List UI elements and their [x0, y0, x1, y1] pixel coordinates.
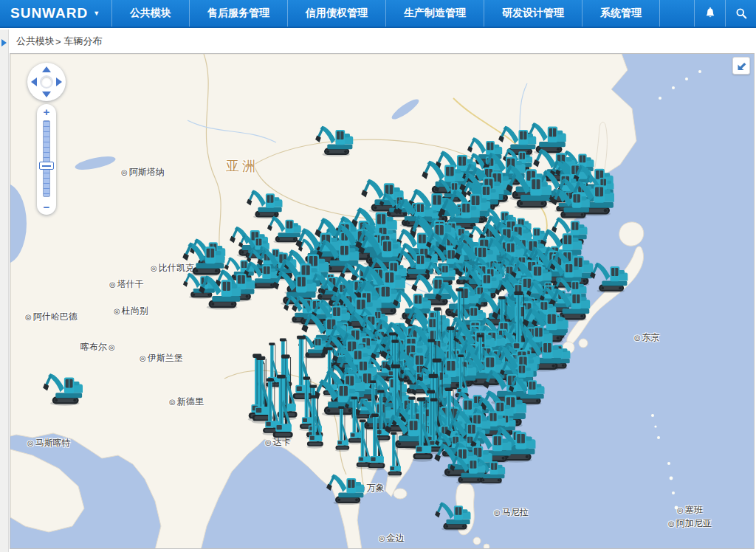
vehicle-marker-drill-rig[interactable] — [410, 397, 434, 463]
pan-down-arrow-icon[interactable] — [42, 92, 51, 97]
map-zoom-slider: + − — [37, 104, 56, 215]
pan-center-button[interactable] — [40, 75, 53, 89]
vehicle-marker-excavator[interactable] — [198, 270, 243, 311]
sidebar-collapsed-strip — [0, 30, 9, 552]
nav-item-4[interactable]: 生产制造管理 — [385, 0, 484, 27]
nav-item-3[interactable]: 信用债权管理 — [287, 0, 385, 27]
vehicle-marker-drill-rig[interactable] — [365, 413, 386, 471]
sidebar-expand-toggle[interactable] — [1, 39, 7, 46]
top-navigation-bar: SUNWARD ▼ 公共模块售后服务管理信用债权管理生产制造管理研发设计管理系统… — [0, 0, 756, 28]
map-pan-control — [27, 63, 66, 101]
logo-text: SUNWARD — [10, 5, 88, 21]
vehicle-marker-excavator[interactable] — [589, 258, 630, 294]
nav-item-5[interactable]: 研发设计管理 — [484, 0, 582, 27]
pan-up-arrow-icon[interactable] — [42, 66, 51, 72]
bell-icon — [703, 6, 718, 21]
top-icons — [694, 0, 756, 27]
breadcrumb-parent[interactable]: 公共模块 — [16, 35, 55, 48]
pan-left-arrow-icon[interactable] — [31, 77, 37, 86]
breadcrumb-separator: > — [55, 36, 61, 47]
arrow-down-left-icon — [735, 59, 748, 72]
nav-item-2[interactable]: 售后服务管理 — [189, 0, 287, 27]
vehicle-marker-drill-rig[interactable] — [334, 406, 350, 452]
logo[interactable]: SUNWARD ▼ — [0, 5, 111, 21]
vehicle-marker-drill-rig[interactable] — [305, 395, 324, 449]
vehicle-marker-drill-rig[interactable] — [270, 374, 294, 441]
nav-item-6[interactable]: 系统管理 — [582, 0, 660, 27]
chevron-down-icon: ▼ — [93, 10, 100, 17]
zoom-in-button[interactable]: + — [37, 106, 56, 118]
zoom-slider-track[interactable] — [43, 120, 50, 197]
vehicle-marker-excavator[interactable] — [326, 469, 366, 506]
vehicle-distribution-map[interactable]: 亚洲 ◎阿斯塔纳◎乌兰巴托◎比什凯克◎塔什干◎杜尚别◎阿什哈巴德喀布尔◎◎伊斯兰… — [10, 53, 755, 549]
pan-right-arrow-icon[interactable] — [56, 77, 62, 86]
nav-item-1[interactable]: 公共模块 — [111, 0, 189, 27]
collapse-map-button[interactable] — [732, 57, 750, 75]
zoom-out-button[interactable]: − — [37, 201, 56, 213]
zoom-slider-handle[interactable] — [39, 162, 54, 170]
notifications-button[interactable] — [694, 0, 725, 27]
search-icon — [734, 6, 749, 21]
breadcrumb: 公共模块 > 车辆分布 — [9, 30, 756, 53]
breadcrumb-current: 车辆分布 — [64, 35, 103, 48]
vehicle-marker-excavator[interactable] — [449, 451, 487, 486]
vehicle-marker-excavator[interactable] — [434, 497, 472, 532]
vehicle-marker-drill-rig[interactable] — [386, 432, 402, 478]
vehicle-marker-excavator[interactable] — [315, 121, 355, 157]
map-markers — [10, 54, 754, 548]
search-button[interactable] — [725, 0, 756, 27]
vehicle-marker-excavator[interactable] — [42, 368, 85, 407]
main-nav: 公共模块售后服务管理信用债权管理生产制造管理研发设计管理系统管理 — [111, 0, 660, 27]
